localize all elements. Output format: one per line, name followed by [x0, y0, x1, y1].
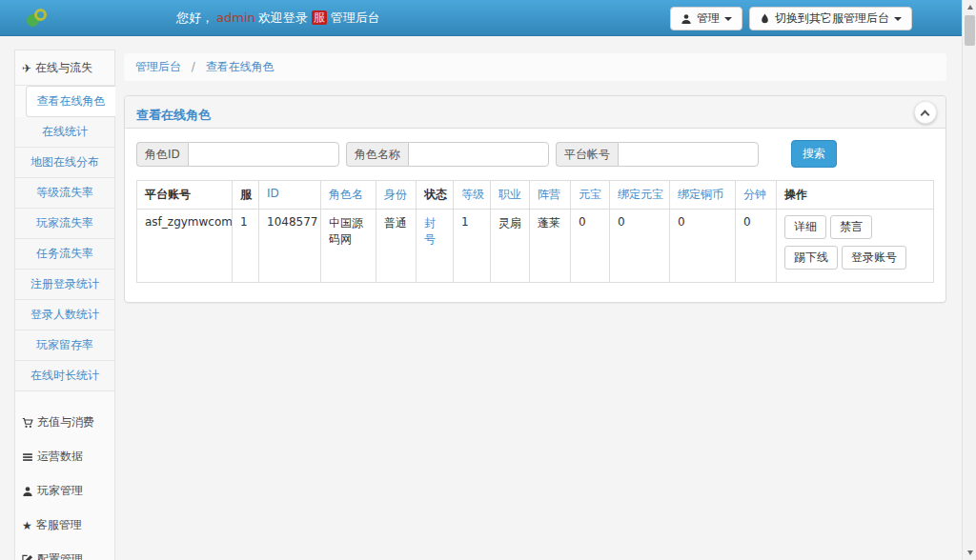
panel-heading: 查看在线角色 [125, 96, 946, 129]
panel-body: 角色ID 角色名称 平台帐号 搜索 [125, 129, 946, 302]
table-header-row: 平台账号 服 ID 角色名 身份 状态 等级 职业 阵营 元宝 绑定元宝 绑定铜… [137, 181, 934, 210]
login-account-button[interactable]: 登录账号 [842, 246, 906, 270]
sidebar-section-label: 配置管理 [37, 551, 83, 560]
sidebar-item-task-churn[interactable]: 任务流失率 [15, 239, 114, 270]
plane-icon: ✈ [22, 63, 31, 74]
platform-account-field-group: 平台帐号 [556, 142, 759, 167]
mute-button[interactable]: 禁言 [830, 215, 872, 239]
cell-profession: 灵扇 [491, 210, 530, 283]
cell-bound-copper: 0 [670, 210, 736, 283]
sidebar-item-view-online-roles[interactable]: 查看在线角色 [26, 86, 115, 117]
col-identity-sort[interactable]: 身份 [376, 181, 417, 210]
platform-account-label: 平台帐号 [556, 142, 618, 167]
cell-actions: 详细禁言踢下线登录账号 [777, 210, 934, 283]
star-icon: ★ [22, 520, 32, 531]
sidebar-section-config-management[interactable]: 配置管理 [15, 542, 114, 560]
sidebar-section-label: 在线与流失 [35, 60, 92, 76]
navbar-actions: 管理 切换到其它服管理后台 [670, 7, 912, 30]
sidebar-item-login-count-stats[interactable]: 登录人数统计 [15, 300, 114, 330]
ban-account-link[interactable]: 封号 [424, 216, 436, 246]
breadcrumb-root-link[interactable]: 管理后台 [135, 60, 181, 73]
detail-button[interactable]: 详细 [784, 215, 826, 239]
kick-offline-button[interactable]: 踢下线 [784, 246, 838, 270]
app-logo[interactable] [27, 7, 51, 30]
scrollbar-up-arrow[interactable] [963, 0, 976, 14]
sidebar-section-label: 玩家管理 [37, 483, 83, 499]
user-icon [22, 486, 33, 497]
col-platform-account: 平台账号 [137, 181, 233, 210]
list-icon [22, 451, 33, 463]
sidebar-item-online-duration-stats[interactable]: 在线时长统计 [15, 361, 114, 391]
role-name-label: 角色名称 [346, 142, 408, 167]
sidebar-collapsed-sections: 充值与消费 运营数据 玩家管理 ★ 客服管理 配置管理 管理员工具 [15, 405, 114, 560]
main-content: 管理后台 / 查看在线角色 查看在线角色 角色ID 角色名称 [124, 53, 946, 303]
breadcrumb-current-link[interactable]: 查看在线角色 [206, 60, 274, 73]
sidebar-item-register-login-stats[interactable]: 注册登录统计 [15, 270, 114, 300]
sidebar: ✈ 在线与流失 查看在线角色 在线统计 地图在线分布 等级流失率 玩家流失率 任… [14, 50, 115, 560]
user-icon [681, 13, 692, 25]
switch-server-button[interactable]: 切换到其它服管理后台 [749, 7, 912, 30]
admin-menu-button[interactable]: 管理 [670, 7, 742, 30]
cell-minutes: 0 [736, 210, 777, 283]
scrollbar-down-arrow[interactable] [963, 546, 976, 560]
sidebar-section-label: 充值与消费 [37, 414, 94, 430]
welcome-suffix: 管理后台 [331, 10, 380, 25]
role-name-input[interactable] [408, 142, 549, 167]
welcome-message: 您好，admin欢迎登录服管理后台 [176, 0, 380, 36]
welcome-mid: 欢迎登录 [258, 10, 308, 25]
sidebar-section-recharge[interactable]: 充值与消费 [15, 405, 114, 439]
username-text: admin [216, 10, 255, 25]
welcome-prefix: 您好， [176, 10, 214, 25]
page-scrollbar[interactable] [962, 0, 976, 560]
col-bound-copper-sort[interactable]: 绑定铜币 [670, 181, 736, 210]
cell-role-name: 中国源码网 [321, 210, 376, 283]
sidebar-item-level-churn[interactable]: 等级流失率 [15, 178, 114, 209]
table-row: asf_zgymwcom 1 1048577 中国源码网 普通 封号 1 灵扇 … [137, 210, 934, 283]
role-name-field-group: 角色名称 [346, 142, 549, 167]
droplet-icon [760, 12, 770, 25]
role-id-input[interactable] [188, 142, 339, 167]
sidebar-section-label: 客服管理 [36, 517, 82, 533]
server-badge: 服 [312, 10, 327, 25]
panel-title: 查看在线角色 [136, 108, 211, 122]
search-button[interactable]: 搜索 [791, 140, 837, 168]
col-profession-sort[interactable]: 职业 [491, 181, 530, 210]
col-role-name-sort[interactable]: 角色名 [321, 181, 376, 210]
triangle-down-icon [967, 550, 973, 555]
col-status: 状态 [417, 181, 454, 210]
sidebar-section-label: 运营数据 [37, 449, 83, 465]
game-admin-dashboard: 您好，admin欢迎登录服管理后台 管理 切换到其它服管理后台 ✈ 在线与流失 … [0, 0, 976, 560]
sidebar-item-player-retention[interactable]: 玩家留存率 [15, 330, 114, 361]
col-id-sort[interactable]: ID [259, 181, 321, 210]
panel-collapse-button[interactable] [914, 101, 937, 124]
platform-account-input[interactable] [618, 142, 759, 167]
col-faction-sort[interactable]: 阵营 [530, 181, 571, 210]
triangle-up-icon [967, 5, 973, 10]
col-actions: 操作 [777, 181, 934, 210]
col-yuanbao-sort[interactable]: 元宝 [571, 181, 610, 210]
sidebar-section-customer-service[interactable]: ★ 客服管理 [15, 508, 114, 542]
sidebar-section-player-management[interactable]: 玩家管理 [15, 473, 114, 508]
online-roles-table: 平台账号 服 ID 角色名 身份 状态 等级 职业 阵营 元宝 绑定元宝 绑定铜… [136, 180, 934, 283]
sidebar-item-online-stats[interactable]: 在线统计 [15, 117, 114, 148]
sidebar-item-player-churn[interactable]: 玩家流失率 [15, 209, 114, 239]
admin-menu-label: 管理 [697, 10, 720, 27]
cell-platform-account: asf_zgymwcom [137, 210, 233, 283]
cell-faction: 蓬莱 [530, 210, 571, 283]
search-form: 角色ID 角色名称 平台帐号 搜索 [136, 140, 934, 168]
cell-status: 封号 [417, 210, 454, 283]
sidebar-item-map-distribution[interactable]: 地图在线分布 [15, 148, 114, 178]
edit-icon [22, 554, 33, 560]
sidebar-section-online[interactable]: ✈ 在线与流失 [15, 50, 114, 85]
col-level-sort[interactable]: 等级 [454, 181, 491, 210]
scrollbar-thumb[interactable] [965, 15, 975, 46]
online-roles-panel: 查看在线角色 角色ID 角色名称 平台帐号 [124, 95, 946, 303]
sidebar-section-operation-data[interactable]: 运营数据 [15, 439, 114, 473]
col-minutes-sort[interactable]: 分钟 [736, 181, 777, 210]
role-id-label: 角色ID [136, 142, 188, 167]
col-bound-yuanbao-sort[interactable]: 绑定元宝 [610, 181, 670, 210]
chevron-up-icon [921, 110, 930, 120]
logo-ring-shape [34, 9, 47, 21]
cell-yuanbao: 0 [571, 210, 610, 283]
breadcrumb: 管理后台 / 查看在线角色 [124, 53, 946, 81]
